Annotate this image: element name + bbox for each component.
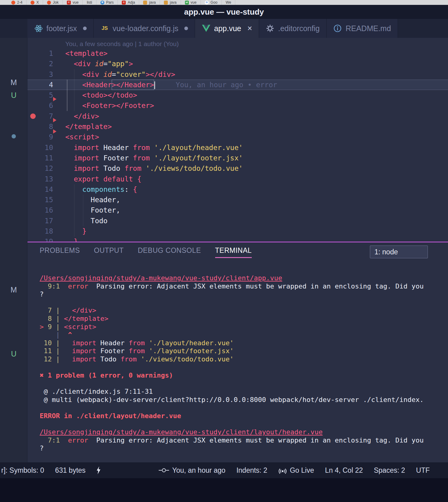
glyph-margin[interactable] [27,142,38,153]
fold-gutter[interactable] [57,205,65,215]
code-line[interactable]: 11 import Footer from './layout/footer.j… [27,153,448,163]
editor[interactable]: You, a few seconds ago | 1 author (You) … [27,38,448,242]
editor-tab-vue-loader-config-js[interactable]: JSvue-loader.config.js [94,19,195,38]
glyph-margin[interactable] [27,226,38,236]
breakpoint-dot[interactable] [30,113,36,119]
fold-gutter[interactable] [57,216,65,226]
fold-gutter[interactable] [57,111,65,121]
bottom-panel: PROBLEMSOUTPUTDEBUG CONSOLETERMINAL 1: n… [27,242,448,462]
code-lines[interactable]: 1<template>2 <div id="app">3 <div id="co… [27,48,448,242]
glyph-margin[interactable] [27,174,38,184]
editor-tab-app-vue[interactable]: app.vue× [195,19,259,38]
fold-gutter[interactable] [57,121,65,132]
glyph-margin[interactable] [27,80,38,90]
glyph-margin[interactable] [27,121,38,132]
glyph-margin[interactable] [27,184,38,195]
code-line[interactable]: 9<script> [27,132,448,142]
fold-gutter[interactable] [57,142,65,153]
status-item-spaces-2[interactable]: Spaces: 2 [374,466,405,475]
code-line[interactable]: 12 import Todo from './views/todo/todo.v… [27,163,448,174]
code-line[interactable]: 19 } [27,236,448,242]
glyph-margin[interactable] [27,90,38,100]
git-decoration-untracked: U [0,350,27,358]
fold-gutter[interactable] [57,153,65,163]
browser-tab[interactable]: CAdja [118,0,139,5]
terminal-output[interactable]: /Users/songjinqing/study/a-mukewang/vue-… [27,262,448,453]
status-item-icon[interactable] [96,466,101,474]
status-item-utf[interactable]: UTF [416,466,430,475]
fold-gutter[interactable] [57,236,65,242]
panel-tab-problems[interactable]: PROBLEMS [40,246,80,258]
browser-tab[interactable]: java [139,0,160,5]
panel-tab-debug-console[interactable]: DEBUG CONSOLE [138,246,201,258]
glyph-margin[interactable] [27,100,38,111]
gear-icon [266,24,274,33]
terminal-selector-dropdown[interactable]: 1: node [370,246,428,258]
status-item-go-live[interactable]: Go Live [278,466,314,475]
fold-gutter[interactable] [57,195,65,205]
glyph-margin[interactable] [27,59,38,69]
codelens-annotation[interactable]: You, a few seconds ago | 1 author (You) [27,40,448,48]
fold-gutter[interactable] [57,163,65,174]
window-title-bar: app.vue — vue-study [0,5,448,19]
fold-gutter[interactable] [57,69,65,80]
editor-tab-footer-jsx[interactable]: footer.jsx [27,19,94,38]
browser-tab[interactable]: X [27,0,43,5]
fold-gutter[interactable] [57,184,65,195]
glyph-margin[interactable] [27,163,38,174]
browser-tab[interactable]: java [160,0,181,5]
fold-gutter[interactable] [57,132,65,142]
code-line[interactable]: 2 <div id="app"> [27,59,448,69]
editor-tab--editorconfig[interactable]: .editorconfig [259,19,327,38]
status-item-indents-2[interactable]: Indents: 2 [237,466,267,475]
status-item-r-symbols-0[interactable]: r]: Symbols: 0 [1,466,44,475]
status-item-ln-4-col-22[interactable]: Ln 4, Col 22 [325,466,363,475]
code-line[interactable]: 14 components: { [27,184,448,195]
panel-tab-output[interactable]: OUTPUT [94,246,124,258]
fold-gutter[interactable] [57,59,65,69]
close-icon[interactable]: × [247,24,252,33]
code-line[interactable]: 15 Header, [27,195,448,205]
code-line[interactable]: 13 export default { [27,174,448,184]
glyph-margin[interactable] [27,132,38,142]
fold-gutter[interactable] [57,80,65,90]
code-line[interactable]: 3 <div id="cover"></div> [27,69,448,80]
code-line[interactable]: 1<template> [27,48,448,59]
glyph-margin[interactable] [27,195,38,205]
code-line[interactable]: 6 <Footer></Footer> [27,100,448,111]
browser-tab[interactable]: listi [83,0,96,5]
code-line[interactable]: 10 import Header from './layout/header.v… [27,142,448,153]
glyph-margin[interactable] [27,111,38,121]
status-item-you-an-hour-ago[interactable]: You, an hour ago [159,466,225,475]
fold-gutter[interactable] [57,90,65,100]
browser-tab[interactable]: stvue [181,0,201,5]
fold-gutter[interactable] [57,174,65,184]
glyph-margin[interactable] [27,48,38,59]
glyph-margin[interactable] [27,153,38,163]
status-item-631-bytes[interactable]: 631 bytes [55,466,86,475]
panel-tab-terminal[interactable]: TERMINAL [215,246,252,258]
code-line[interactable]: 18 } [27,226,448,236]
browser-tab-label: vue [191,0,197,5]
line-content: <Header></Header>You, an hour ago • erro… [65,80,448,90]
code-line[interactable]: 7 </div> [27,111,448,121]
code-line[interactable]: 4 <Header></Header>You, an hour ago • er… [27,80,448,90]
code-line[interactable]: 5 <todo></todo> [27,90,448,100]
code-line[interactable]: 17 Todo [27,216,448,226]
fold-gutter[interactable] [57,100,65,111]
fold-gutter[interactable] [57,226,65,236]
browser-tab[interactable]: We [222,0,236,5]
editor-tab-README-md[interactable]: README.md [327,19,398,38]
browser-tab[interactable]: 2-4 [7,0,27,5]
code-line[interactable]: 8</template> [27,121,448,132]
browser-tab[interactable]: GGoo [201,0,222,5]
browser-tab[interactable]: Cvue [63,0,83,5]
fold-gutter[interactable] [57,48,65,59]
glyph-margin[interactable] [27,216,38,226]
code-line[interactable]: 16 Footer, [27,205,448,215]
browser-tab[interactable]: ✽Pars [96,0,118,5]
glyph-margin[interactable] [27,236,38,242]
glyph-margin[interactable] [27,205,38,215]
browser-tab[interactable]: Jok [43,0,63,5]
glyph-margin[interactable] [27,69,38,80]
